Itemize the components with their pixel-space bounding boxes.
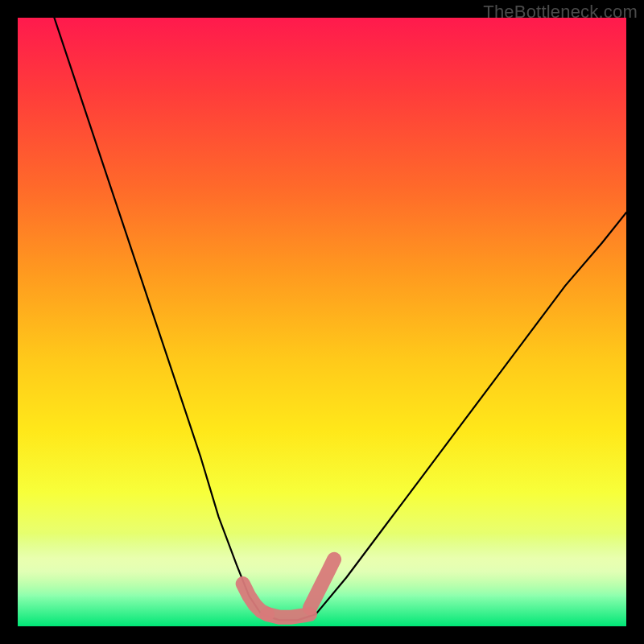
right-marker-seg [310, 559, 334, 609]
bottleneck-curve [54, 18, 626, 620]
floor-marker-seg [267, 614, 310, 617]
chart-stage: TheBottleneck.com [0, 0, 644, 644]
curve-layer [18, 18, 626, 626]
plot-area [18, 18, 626, 626]
